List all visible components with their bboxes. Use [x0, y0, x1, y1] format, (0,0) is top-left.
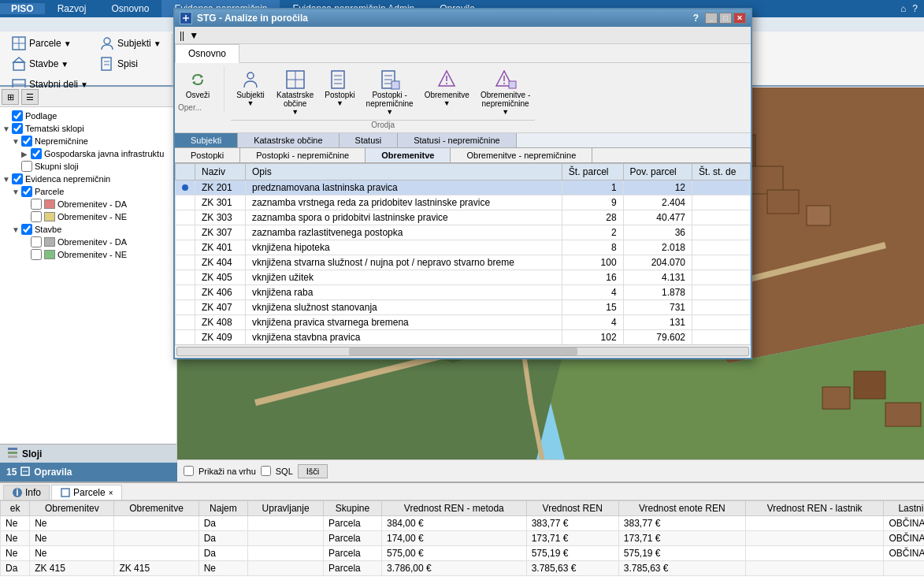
- bottom-table-row[interactable]: Ne Ne Da Parcela 384,00 € 383,77 € 383,7…: [1, 516, 925, 531]
- nav-tab-razvoj[interactable]: Razvoj: [45, 0, 99, 17]
- modal-btn-katastrske[interactable]: Katastrskeobčine ▼: [272, 66, 318, 118]
- bottom-table-row[interactable]: Ne Ne Da Parcela 575,00 € 575,19 € 575,1…: [1, 546, 925, 561]
- sloji-bar[interactable]: Sloji: [0, 444, 176, 463]
- modal-ctab-katastrske[interactable]: Katastrske občine: [238, 133, 339, 147]
- tab-info[interactable]: i Info: [3, 485, 50, 500]
- col-obremenitve: Obremenitve: [114, 501, 199, 516]
- modal-table-row[interactable]: ZK 404 vknjižena stvarna služnost / nujn…: [176, 255, 751, 270]
- modal-minimize-btn[interactable]: _: [705, 13, 718, 24]
- label-obr-da-1: Obremenitev - DA: [58, 199, 127, 209]
- tree-item-stavbe[interactable]: ▼ Stavbe: [12, 223, 174, 236]
- bcell-vren-2: 575,19 €: [526, 546, 618, 561]
- isci-button[interactable]: Išči: [298, 464, 328, 478]
- modal-ctab-subjekti[interactable]: Subjekti: [175, 133, 238, 147]
- modal-table-row[interactable]: ZK 409 vknjižena stavbna pravica 102 79.…: [176, 330, 751, 345]
- modal-hscroll[interactable]: [176, 347, 749, 356]
- svg-rect-8: [102, 58, 111, 70]
- modal-help-icon[interactable]: ?: [693, 13, 699, 24]
- modal-btn-postopki[interactable]: Postopki ▼: [320, 66, 359, 118]
- modal-close-btn[interactable]: ✕: [733, 13, 746, 24]
- btn-parcele[interactable]: Parcele▼: [7, 34, 76, 53]
- modal-ctab-statusi-nep[interactable]: Statusi - nepremičnine: [398, 133, 516, 147]
- tree-item-tematski[interactable]: ▼ Tematski sklopi: [2, 122, 174, 135]
- modal-table-row[interactable]: ZK 303 zaznamba spora o pridobitvi lastn…: [176, 210, 751, 225]
- modal-table-row[interactable]: ZK 406 vknjižena raba 4 1.878: [176, 285, 751, 300]
- modal-table-row[interactable]: ZK 405 vknjižen užitek 16 4.131: [176, 270, 751, 285]
- modal-btn-obremenitve-nep[interactable]: Obremenitve -nepremičnine ▼: [476, 66, 535, 118]
- modal-btn-subjekti[interactable]: Subjekti ▼: [231, 66, 270, 118]
- tree-item-obremenitev-da-1[interactable]: Obremenitev - DA: [21, 198, 174, 210]
- tree-item-nepremicnine[interactable]: ▼ Nepremičnine: [12, 135, 174, 147]
- modal-dtab-postopki[interactable]: Postopki: [175, 148, 240, 162]
- nav-tab-osnovno[interactable]: Osnovno: [98, 0, 161, 17]
- btn-subjekti[interactable]: Subjekti▼: [95, 34, 165, 53]
- tree-indent-parcele: ▼ Parcele Obremenitev - DA: [2, 185, 174, 261]
- tree-item-skupni[interactable]: Skupni sloji: [12, 160, 174, 173]
- check-skupni[interactable]: [21, 161, 32, 172]
- bcell-obremenitev-3: ZK 415: [30, 561, 114, 576]
- bcell-najem-0: Da: [199, 516, 248, 531]
- modal-table-row[interactable]: ZK 301 zaznamba vrstnega reda za pridobi…: [176, 195, 751, 210]
- check-nepremicnine[interactable]: [21, 136, 32, 147]
- tab-parcele[interactable]: Parcele ×: [51, 485, 122, 500]
- modal-dtab-obremenitve-nep[interactable]: Obremenitve - nepremičnine: [451, 148, 592, 162]
- cell-naziv-1: ZK 301: [195, 195, 246, 210]
- modal-table-row[interactable]: ZK 307 zaznamba razlastitvenega postopka…: [176, 225, 751, 240]
- modal-btn-obremenitve[interactable]: Obremenitve ▼: [420, 66, 474, 118]
- tree-item-obremenitev-ne-1[interactable]: Obremenitev - NE: [21, 210, 174, 223]
- col-vren: Vrednost REN: [526, 501, 618, 516]
- modal-ctab-statusi[interactable]: Statusi: [340, 133, 399, 147]
- modal-table-row[interactable]: ZK 201 predznamovana lastninska pravica …: [176, 180, 751, 195]
- tree-item-gji[interactable]: ▶ Gospodarska javna infrastruktu: [21, 147, 174, 160]
- cell-naziv-6: ZK 405: [195, 270, 246, 285]
- row-indicator-9: [176, 315, 195, 330]
- modal-dtab-postopki-nep[interactable]: Postopki - nepremičnine: [240, 148, 366, 162]
- check-parcele[interactable]: [21, 186, 32, 197]
- modal-btn-osvezi[interactable]: Osveži: [178, 66, 217, 102]
- tree-item-parcele[interactable]: ▼ Parcele: [12, 185, 174, 198]
- btn-spisi[interactable]: Spisi: [95, 54, 142, 73]
- modal-table-wrap[interactable]: Naziv Opis Št. parcel Pov. parcel Št. st…: [175, 163, 751, 344]
- check-gji[interactable]: [31, 148, 42, 159]
- modal-table-row[interactable]: ZK 407 vknjižena služnost stanovanja 15 …: [176, 300, 751, 315]
- tree-item-podlage[interactable]: Podlage: [2, 110, 174, 122]
- cell-st-parcel-3: 2: [562, 225, 623, 240]
- modal-dtab-obremenitve[interactable]: Obremenitve: [366, 148, 451, 162]
- bottom-data-table: ek Obremenitev Obremenitve Najem Upravlj…: [0, 500, 924, 576]
- check-obr-ne-2[interactable]: [31, 249, 42, 260]
- check-evidenca[interactable]: [12, 173, 23, 184]
- modal-table-row[interactable]: ZK 401 vknjižena hipoteka 8 2.018: [176, 240, 751, 255]
- check-podlage[interactable]: [12, 110, 23, 121]
- modal-dialog[interactable]: STG - Analize in poročila ? _ □ ✕ || ▼ O…: [173, 8, 752, 359]
- check-stavbe[interactable]: [21, 224, 32, 235]
- tree-item-evidenca[interactable]: ▼ Evidenca nepremičnin: [2, 173, 174, 185]
- prikazna-vrhu-check[interactable]: [184, 466, 194, 476]
- check-obr-da-2[interactable]: [31, 236, 42, 247]
- modal-tab-osnovno[interactable]: Osnovno: [175, 44, 239, 63]
- bottom-table-scroll[interactable]: ek Obremenitev Obremenitve Najem Upravlj…: [0, 500, 924, 584]
- col-vren-lastnik: Vrednost REN - lastnik: [745, 501, 884, 516]
- bcell-vren-enote-1: 173,71 €: [618, 531, 745, 546]
- check-obr-da-1[interactable]: [31, 199, 42, 210]
- check-obr-ne-1[interactable]: [31, 211, 42, 222]
- sql-check[interactable]: [261, 466, 271, 476]
- modal-maximize-btn[interactable]: □: [719, 13, 732, 24]
- cell-naziv-0: ZK 201: [195, 180, 246, 195]
- check-tematski[interactable]: [12, 123, 23, 134]
- modal-obremenitve-nep-icon: [495, 69, 517, 91]
- tree-item-obremenitev-ne-2[interactable]: Obremenitev - NE: [21, 248, 174, 261]
- left-toolbar-list[interactable]: ☰: [21, 89, 39, 105]
- tree-item-obremenitev-da-2[interactable]: Obremenitev - DA: [21, 236, 174, 248]
- row-indicator-5: [176, 255, 195, 270]
- btn-stavbe[interactable]: Stavbe▼: [7, 54, 72, 73]
- cell-naziv-10: ZK 409: [195, 330, 246, 345]
- bottom-table-row[interactable]: Da ZK 415 ZK 415 Ne Parcela 3.786,00 € 3…: [1, 561, 925, 576]
- modal-table-row[interactable]: ZK 408 vknjižena pravica stvarnega breme…: [176, 315, 751, 330]
- parcele-icon: [11, 35, 27, 51]
- piso-tab[interactable]: PISO: [0, 3, 45, 14]
- map-search-bar: Prikaži na vrhu SQL Išči: [177, 459, 924, 482]
- left-toolbar-grid[interactable]: ⊞: [2, 89, 19, 105]
- modal-btn-postopki-nep[interactable]: Postopki -nepremičnine ▼: [362, 66, 418, 118]
- opravila-bar[interactable]: 15 15 Opravila Opravila: [0, 463, 177, 482]
- bottom-table-row[interactable]: Ne Ne Da Parcela 174,00 € 173,71 € 173,7…: [1, 531, 925, 546]
